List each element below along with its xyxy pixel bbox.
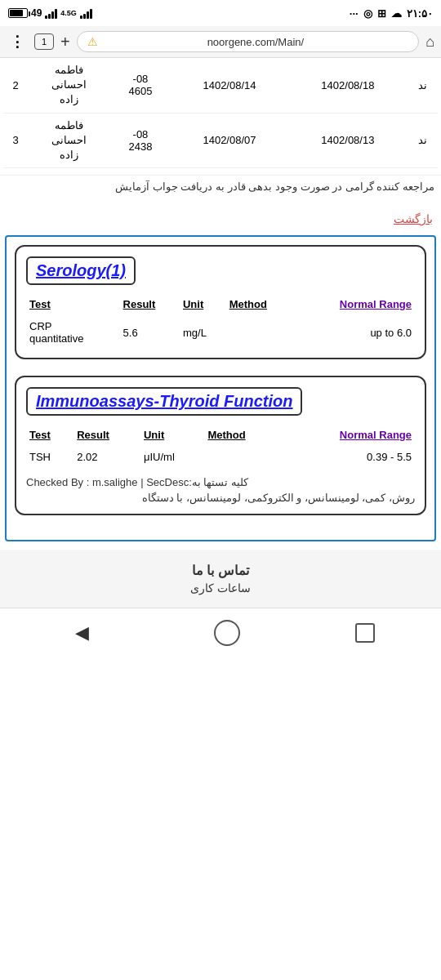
records-table: ند 1402/08/18 1402/08/14 08-4605 فاطمهاح… — [3, 58, 438, 168]
more-icon: ··· — [350, 7, 359, 20]
signal-bars-2 — [80, 7, 92, 19]
result-header: Result — [74, 425, 140, 448]
date2-cell: 1402/08/13 — [288, 113, 407, 168]
serology-table: Test Result Unit Method Normal Range CRP… — [26, 295, 415, 348]
serology-header-row: Test Result Unit Method Normal Range — [26, 295, 415, 317]
table-row: ند 1402/08/18 1402/08/14 08-4605 فاطمهاح… — [3, 58, 438, 113]
menu-button[interactable]: ⋮ — [7, 31, 28, 52]
status-right: ··· ◎ ⊞ ☁ ۲۱:۵۰ — [350, 7, 433, 20]
checked-by-text: Checked By : m.salighe | SecDesc:کلیه تس… — [26, 476, 415, 488]
method-header: Method — [226, 295, 294, 317]
row-num-cell: 3 — [3, 113, 28, 168]
status-bar: 49 4.5G ··· ◎ ⊞ ☁ ۲۱:۵۰ — [0, 0, 441, 26]
bottom-section: تماس با ما ساعات کاری — [0, 550, 441, 608]
test-result: 5.6 — [120, 317, 180, 348]
method-header: Method — [204, 425, 280, 448]
code-cell: 08-2438 — [110, 113, 170, 168]
url-bar[interactable]: ⚠ noorgene.com/Main/ — [77, 31, 419, 52]
test-unit: μIU/ml — [140, 448, 204, 466]
date1-cell: 1402/08/14 — [171, 58, 289, 113]
cloud-icon: ☁ — [391, 7, 402, 20]
battery-icon — [8, 8, 28, 18]
instagram-icon: ◎ — [363, 7, 372, 20]
main-content: Serology(1) Test Result Unit Method Norm… — [5, 235, 436, 541]
serology-data-row: CRPquantitative 5.6 mg/L up to 6.0 — [26, 317, 415, 348]
test-result: 2.02 — [74, 448, 140, 466]
test-header: Test — [26, 425, 74, 448]
date2-cell: 1402/08/18 — [288, 58, 407, 113]
test-name: TSH — [26, 448, 74, 466]
serology-title: Serology(1) — [26, 256, 136, 285]
method-note-text: روش، کمی، لومینسانس، و الکتروکمی، لومینس… — [26, 492, 415, 504]
serology-card: Serology(1) Test Result Unit Method Norm… — [15, 245, 426, 359]
table-row: ند 1402/08/13 1402/08/07 08-2438 فاطمهاح… — [3, 113, 438, 168]
row-num-cell: 2 — [3, 58, 28, 113]
normal-range-header: Normal Range — [294, 295, 415, 317]
unit-header: Unit — [180, 295, 226, 317]
grid-icon: ⊞ — [377, 7, 386, 20]
back-nav-button[interactable]: ◀ — [66, 617, 99, 649]
test-normal-range: 0.39 - 5.5 — [280, 448, 415, 466]
name-cell: فاطمهاحسانیزاده — [28, 58, 110, 113]
status-cell: ند — [407, 58, 438, 113]
hours-text: ساعات کاری — [8, 581, 433, 595]
tab-count-button[interactable]: 1 — [34, 33, 54, 50]
immunoassays-header-row: Test Result Unit Method Normal Range — [26, 425, 415, 448]
recents-nav-button[interactable] — [355, 623, 375, 643]
signal-bars — [45, 7, 57, 19]
status-cell: ند — [407, 113, 438, 168]
time-display: ۲۱:۵۰ — [407, 7, 433, 20]
battery-level: 49 — [31, 7, 42, 19]
url-text[interactable]: noorgene.com/Main/ — [103, 36, 408, 48]
new-tab-button[interactable]: + — [60, 33, 70, 51]
date1-cell: 1402/08/07 — [171, 113, 289, 168]
network-type: 4.5G — [60, 9, 77, 17]
home-button[interactable]: ⌂ — [425, 33, 434, 51]
test-header: Test — [26, 295, 120, 317]
home-nav-button[interactable] — [214, 620, 240, 646]
browser-bar: ⋮ 1 + ⚠ noorgene.com/Main/ ⌂ — [0, 26, 441, 58]
test-name: CRPquantitative — [26, 317, 120, 348]
test-method — [226, 317, 294, 348]
result-header: Result — [120, 295, 180, 317]
test-method — [204, 448, 280, 466]
test-normal-range: up to 6.0 — [294, 317, 415, 348]
name-cell: فاطمهاحسانیزاده — [28, 113, 110, 168]
immunoassays-table: Test Result Unit Method Normal Range TSH… — [26, 425, 415, 466]
phone-nav-bar: ◀ — [0, 608, 441, 657]
immunoassays-title: Immunoassays-Thyroid Function — [26, 387, 302, 416]
notice-text: مراجعه کننده گرامی در صورت وجود بدهی قاد… — [0, 175, 441, 198]
unit-header: Unit — [140, 425, 204, 448]
records-section: ند 1402/08/18 1402/08/14 08-4605 فاطمهاح… — [0, 58, 441, 168]
code-cell: 08-4605 — [110, 58, 170, 113]
immunoassays-data-row: TSH 2.02 μIU/ml 0.39 - 5.5 — [26, 448, 415, 466]
security-warning-icon: ⚠ — [87, 35, 98, 48]
contact-text: تماس با ما — [8, 563, 433, 578]
status-left: 49 4.5G — [8, 7, 92, 19]
immunoassays-card: Immunoassays-Thyroid Function Test Resul… — [15, 376, 426, 515]
test-unit: mg/L — [180, 317, 226, 348]
back-link[interactable]: بازگشت — [0, 206, 441, 232]
normal-range-header: Normal Range — [280, 425, 415, 448]
